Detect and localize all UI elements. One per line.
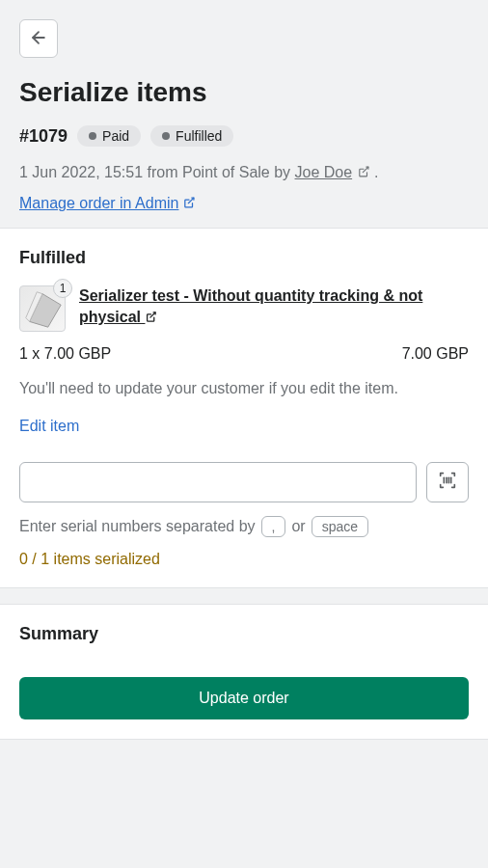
order-row: #1079 Paid Fulfilled <box>19 125 469 147</box>
edit-item-link[interactable]: Edit item <box>19 418 79 435</box>
serial-helper: Enter serial numbers separated by , or s… <box>19 516 469 537</box>
back-button[interactable] <box>19 19 58 58</box>
item-row: 1 Serializer test - Without quantity tra… <box>19 285 469 332</box>
external-link-icon <box>182 196 196 213</box>
serial-input[interactable] <box>19 462 417 502</box>
manage-order-link[interactable]: Manage order in Admin <box>19 195 196 212</box>
external-link-icon <box>145 308 157 329</box>
item-title-link[interactable]: Serializer test - Without quantity track… <box>79 285 469 327</box>
edit-notice: You'll need to update your customer if y… <box>19 378 469 399</box>
barcode-icon <box>437 470 458 494</box>
status-badge-paid: Paid <box>77 125 141 147</box>
serialize-progress: 0 / 1 items serialized <box>19 551 469 568</box>
external-link-icon <box>357 163 370 184</box>
key-comma: , <box>261 516 286 537</box>
order-meta: 1 Jun 2022, 15:51 from Point of Sale by … <box>19 162 469 183</box>
back-icon <box>29 28 48 50</box>
serial-input-row <box>19 462 469 502</box>
fulfilled-title: Fulfilled <box>19 248 469 268</box>
update-order-button[interactable]: Update order <box>19 677 469 719</box>
summary-title: Summary <box>19 624 469 644</box>
scan-button[interactable] <box>426 462 469 502</box>
quantity-badge: 1 <box>53 279 72 298</box>
header: Serialize items #1079 Paid Fulfilled 1 J… <box>0 0 488 228</box>
summary-card: Summary Update order <box>0 604 488 740</box>
dot-icon <box>162 132 170 140</box>
qty-price: 1 x 7.00 GBP <box>19 345 111 363</box>
key-space: space <box>312 516 368 537</box>
item-thumbnail: 1 <box>19 285 66 332</box>
status-badge-fulfilled: Fulfilled <box>150 125 233 147</box>
author-link[interactable]: Joe Doe <box>295 164 353 180</box>
fulfilled-card: Fulfilled 1 Serializer test - Without qu… <box>0 228 488 587</box>
page-title: Serialize items <box>19 77 469 108</box>
order-id: #1079 <box>19 126 68 147</box>
dot-icon <box>89 132 96 140</box>
line-total: 7.00 GBP <box>402 345 469 363</box>
price-row: 1 x 7.00 GBP 7.00 GBP <box>19 345 469 363</box>
